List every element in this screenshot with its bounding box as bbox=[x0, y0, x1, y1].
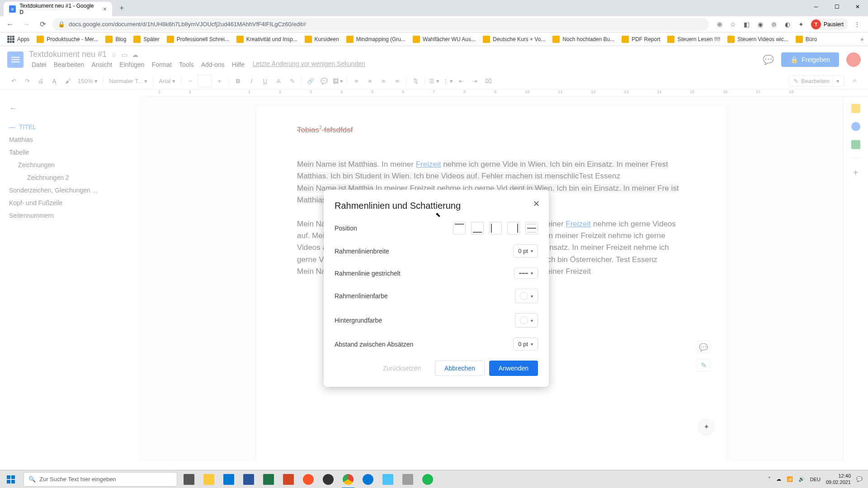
brave-button[interactable] bbox=[298, 470, 318, 488]
bg-color-select[interactable]: ▾ bbox=[515, 313, 538, 328]
language-indicator[interactable]: DEU bbox=[810, 477, 821, 482]
browser-tab[interactable]: ≡ Textdokument neu #1 - Google D × bbox=[4, 2, 112, 16]
apps-bookmark[interactable]: Apps bbox=[5, 34, 32, 45]
app-button[interactable] bbox=[398, 470, 418, 488]
volume-icon[interactable]: 🔊 bbox=[798, 476, 805, 482]
bookmark-item[interactable]: Steuern Lesen !!!! bbox=[665, 34, 723, 45]
cancel-button[interactable]: Abbrechen bbox=[435, 361, 485, 376]
bookmark-star-icon[interactable]: ☆ bbox=[729, 20, 738, 29]
url-text: docs.google.com/document/d/1hUH8k6h7Lb8y… bbox=[69, 21, 306, 28]
folder-icon bbox=[727, 36, 735, 43]
minimize-button[interactable]: ─ bbox=[806, 0, 826, 14]
bookmark-item[interactable]: Büro bbox=[793, 34, 820, 45]
reload-button[interactable]: ⟳ bbox=[36, 18, 49, 31]
bookmark-item[interactable]: Mindmapping (Gru... bbox=[344, 34, 408, 45]
tab-close-icon[interactable]: × bbox=[103, 5, 107, 13]
maximize-button[interactable]: ☐ bbox=[826, 0, 847, 14]
border-color-label: Rahmenlinienfarbe bbox=[335, 292, 388, 300]
chrome-menu-icon[interactable]: ⋮ bbox=[853, 20, 862, 29]
lock-icon: 🔒 bbox=[58, 21, 65, 28]
chrome-button[interactable] bbox=[338, 470, 358, 488]
extension-icon-3[interactable]: ⊚ bbox=[769, 20, 778, 29]
border-dash-select[interactable]: ▾ bbox=[514, 267, 538, 279]
border-bottom-button[interactable] bbox=[471, 222, 484, 235]
color-swatch-icon bbox=[520, 292, 528, 300]
folder-icon bbox=[552, 36, 560, 43]
notepad-button[interactable] bbox=[378, 470, 398, 488]
new-tab-button[interactable]: + bbox=[116, 2, 128, 15]
bookmark-item[interactable]: Steuern Videos wic... bbox=[725, 34, 791, 45]
reset-button[interactable]: Zurücksetzen bbox=[373, 361, 430, 376]
taskbar-apps bbox=[179, 470, 438, 488]
powerpoint-button[interactable] bbox=[278, 470, 298, 488]
bookmark-item[interactable]: PDF Report bbox=[619, 34, 663, 45]
cursor-icon: ⬉ bbox=[435, 211, 441, 218]
url-input[interactable]: 🔒 docs.google.com/document/d/1hUH8k6h7Lb… bbox=[52, 18, 709, 31]
start-button[interactable] bbox=[0, 470, 22, 488]
system-tray: ˄ ☁ 📶 🔊 DEU 12:40 09.02.2021 💬 bbox=[763, 473, 868, 485]
folder-icon bbox=[667, 36, 675, 43]
spacing-select[interactable]: 0 pt▾ bbox=[513, 338, 538, 351]
profile-badge[interactable]: T Pausiert bbox=[810, 19, 848, 30]
close-window-button[interactable]: ✕ bbox=[847, 0, 868, 14]
border-right-button[interactable] bbox=[507, 222, 520, 235]
border-between-button[interactable] bbox=[525, 222, 538, 235]
bookmark-item[interactable]: Später bbox=[131, 34, 162, 45]
bookmark-item[interactable]: Wahlfächer WU Aus... bbox=[410, 34, 478, 45]
bookmarks-overflow-icon[interactable]: » bbox=[860, 36, 863, 42]
bookmark-item[interactable]: Produktsuche - Mer... bbox=[34, 34, 101, 45]
extension-icon-4[interactable]: ◐ bbox=[783, 20, 792, 29]
border-width-select[interactable]: 0 pt▾ bbox=[513, 244, 538, 258]
dialog-title: Rahmenlinien und Schattierung bbox=[335, 201, 538, 211]
task-view-button[interactable] bbox=[179, 470, 199, 488]
extension-icon-2[interactable]: ◉ bbox=[756, 20, 765, 29]
folder-icon bbox=[483, 36, 490, 43]
folder-icon bbox=[413, 36, 420, 43]
bookmark-item[interactable]: Noch hochladen Bu... bbox=[550, 34, 617, 45]
back-button[interactable]: ← bbox=[4, 18, 16, 31]
windows-logo-icon bbox=[7, 475, 15, 483]
bookmark-item[interactable]: Kursideen bbox=[302, 34, 342, 45]
border-width-label: Rahmenlinienbreite bbox=[335, 248, 389, 255]
bookmarks-bar: Apps Produktsuche - Mer... Blog Später P… bbox=[0, 33, 868, 46]
folder-icon bbox=[622, 36, 629, 43]
window-controls: ─ ☐ ✕ bbox=[806, 0, 868, 14]
windows-taskbar: 🔍 Zur Suche Text hier eingeben ˄ ☁ 📶 🔊 D… bbox=[0, 470, 868, 488]
folder-icon bbox=[796, 36, 803, 43]
zoom-icon[interactable]: ⊕ bbox=[715, 20, 724, 29]
onedrive-icon[interactable]: ☁ bbox=[776, 476, 781, 482]
bookmark-item[interactable]: Professionell Schrei... bbox=[164, 34, 232, 45]
folder-icon bbox=[236, 36, 244, 43]
spacing-label: Abstand zwischen Absätzen bbox=[335, 341, 413, 348]
forward-button[interactable]: → bbox=[20, 18, 33, 31]
border-left-button[interactable] bbox=[489, 222, 502, 235]
extension-icon-1[interactable]: ◧ bbox=[742, 20, 751, 29]
border-color-select[interactable]: ▾ bbox=[515, 289, 538, 303]
mail-button[interactable] bbox=[219, 470, 239, 488]
folder-icon bbox=[105, 36, 113, 43]
word-button[interactable] bbox=[239, 470, 259, 488]
spotify-button[interactable] bbox=[418, 470, 438, 488]
apply-button[interactable]: Anwenden bbox=[489, 361, 538, 376]
browser-chrome: ≡ Textdokument neu #1 - Google D × + ─ ☐… bbox=[0, 0, 868, 46]
notifications-icon[interactable]: 💬 bbox=[856, 476, 863, 482]
excel-button[interactable] bbox=[259, 470, 278, 488]
edge-button[interactable] bbox=[358, 470, 378, 488]
bookmark-item[interactable]: Deutsche Kurs + Vo... bbox=[480, 34, 548, 45]
dialog-close-button[interactable]: ✕ bbox=[533, 199, 540, 209]
obs-button[interactable] bbox=[318, 470, 338, 488]
color-swatch-icon bbox=[520, 316, 528, 324]
clock[interactable]: 12:40 09.02.2021 bbox=[826, 473, 851, 485]
border-dash-label: Rahmenlinie gestrichelt bbox=[335, 270, 401, 277]
bookmark-item[interactable]: Blog bbox=[103, 34, 129, 45]
wifi-icon[interactable]: 📶 bbox=[787, 476, 793, 482]
border-top-button[interactable] bbox=[453, 222, 466, 235]
bookmark-item[interactable]: Kreativität und Insp... bbox=[234, 34, 300, 45]
position-label: Position bbox=[335, 225, 357, 232]
folder-icon bbox=[167, 36, 174, 43]
file-explorer-button[interactable] bbox=[199, 470, 219, 488]
extensions-menu-icon[interactable]: ✦ bbox=[797, 20, 806, 29]
folder-icon bbox=[133, 36, 141, 43]
taskbar-search[interactable]: 🔍 Zur Suche Text hier eingeben bbox=[24, 472, 177, 487]
tray-chevron-icon[interactable]: ˄ bbox=[768, 476, 771, 482]
